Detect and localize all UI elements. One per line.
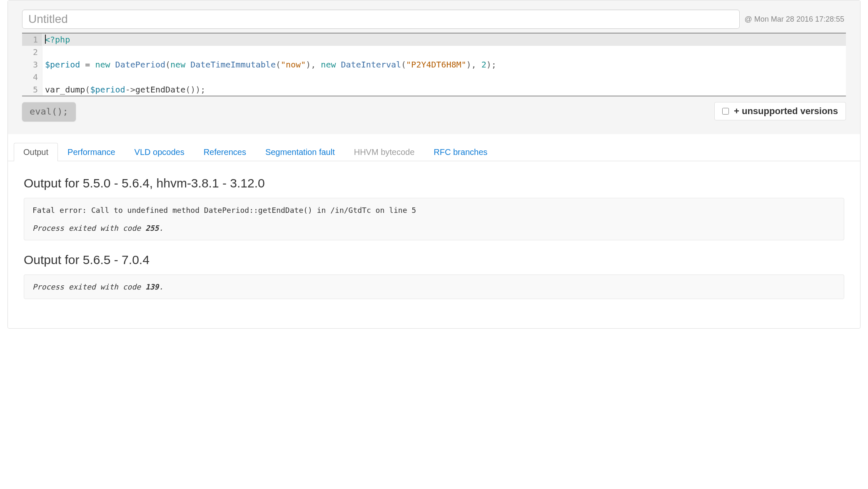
tab-references[interactable]: References bbox=[194, 143, 256, 161]
output-heading: Output for 5.6.5 - 7.0.4 bbox=[24, 253, 844, 267]
code-cell[interactable]: <?php bbox=[42, 33, 846, 46]
exit-suffix: . bbox=[159, 282, 163, 291]
editor-line: 3 $period = new DatePeriod(new DateTimeI… bbox=[22, 58, 846, 71]
title-row: @ Mon Mar 28 2016 17:28:55 bbox=[22, 10, 846, 29]
title-input[interactable] bbox=[22, 10, 740, 29]
exit-code: 139 bbox=[145, 282, 159, 291]
editor-line: 2 bbox=[22, 46, 846, 58]
output-box: Fatal error: Call to undefined method Da… bbox=[24, 198, 844, 240]
output-exit-line: Process exited with code 255. bbox=[32, 224, 836, 232]
tab-segmentation-fault[interactable]: Segmentation fault bbox=[256, 143, 344, 161]
code-cell[interactable] bbox=[42, 71, 846, 83]
unsupported-versions-checkbox[interactable] bbox=[722, 108, 729, 115]
code-cell[interactable]: var_dump($period->getEndDate()); bbox=[42, 83, 846, 96]
line-number: 3 bbox=[22, 58, 42, 71]
output-box: Process exited with code 139. bbox=[24, 274, 844, 299]
timestamp-label: @ Mon Mar 28 2016 17:28:55 bbox=[745, 15, 846, 24]
main-container: @ Mon Mar 28 2016 17:28:55 1 <?php 2 3 $… bbox=[7, 0, 861, 329]
exit-suffix: . bbox=[159, 224, 163, 232]
unsupported-versions-toggle[interactable]: + unsupported versions bbox=[714, 102, 846, 120]
code-cell[interactable] bbox=[42, 46, 846, 58]
editor-line: 5 var_dump($period->getEndDate()); bbox=[22, 83, 846, 96]
code-editor[interactable]: 1 <?php 2 3 $period = new DatePeriod(new… bbox=[22, 33, 846, 96]
line-number: 2 bbox=[22, 46, 42, 58]
editor-line: 4 bbox=[22, 71, 846, 83]
editor-line: 1 <?php bbox=[22, 33, 846, 46]
line-number: 1 bbox=[22, 33, 42, 46]
caret-icon bbox=[45, 35, 46, 44]
editor-panel: @ Mon Mar 28 2016 17:28:55 1 <?php 2 3 $… bbox=[8, 0, 860, 134]
tab-performance[interactable]: Performance bbox=[58, 143, 125, 161]
unsupported-versions-label: + unsupported versions bbox=[734, 106, 838, 117]
code-cell[interactable]: $period = new DatePeriod(new DateTimeImm… bbox=[42, 58, 846, 71]
tab-output[interactable]: Output bbox=[14, 143, 58, 161]
tab-vld-opcodes[interactable]: VLD opcodes bbox=[125, 143, 194, 161]
output-panel: Output for 5.5.0 - 5.6.4, hhvm-3.8.1 - 3… bbox=[8, 161, 860, 328]
output-error-text: Fatal error: Call to undefined method Da… bbox=[32, 206, 836, 215]
output-heading: Output for 5.5.0 - 5.6.4, hhvm-3.8.1 - 3… bbox=[24, 176, 844, 190]
exit-prefix: Process exited with code bbox=[32, 282, 145, 291]
line-number: 5 bbox=[22, 83, 42, 96]
editor-actions-row: eval(); + unsupported versions bbox=[22, 102, 846, 121]
eval-button[interactable]: eval(); bbox=[22, 102, 76, 121]
tabs-row: Output Performance VLD opcodes Reference… bbox=[8, 142, 860, 161]
exit-code: 255 bbox=[145, 224, 159, 232]
output-exit-line: Process exited with code 139. bbox=[32, 282, 836, 291]
line-number: 4 bbox=[22, 71, 42, 83]
tab-rfc-branches[interactable]: RFC branches bbox=[424, 143, 497, 161]
tab-hhvm-bytecode: HHVM bytecode bbox=[344, 143, 424, 161]
exit-prefix: Process exited with code bbox=[32, 224, 145, 232]
